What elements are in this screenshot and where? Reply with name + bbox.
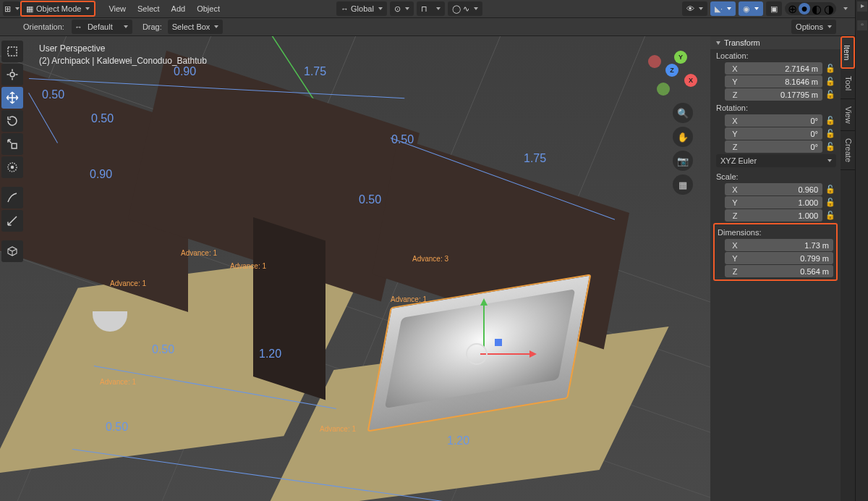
transform-tool[interactable] <box>1 156 23 178</box>
rot-y-field[interactable]: Y0° <box>725 127 822 140</box>
annotate-tool[interactable] <box>1 187 23 209</box>
mode-label: Object Mode <box>36 4 81 13</box>
tab-view[interactable]: View <box>841 99 855 132</box>
lock-icon[interactable]: 🔓 <box>825 89 836 101</box>
drag-value-dd[interactable]: Select Box <box>168 20 224 34</box>
pan-icon[interactable]: ✋ <box>673 127 693 147</box>
dim-0-50c: 0.50 <box>391 133 414 146</box>
measure-tool[interactable] <box>1 210 23 232</box>
nav-gizmo[interactable]: Y Z X <box>654 51 699 96</box>
lock-icon[interactable]: 🔓 <box>825 76 836 88</box>
loc-z-field[interactable]: Z0.17795 m <box>725 88 822 101</box>
gizmo-z[interactable]: Z <box>665 64 678 77</box>
orientation-value-dd[interactable]: ↔ Default <box>72 20 132 34</box>
scale-tool[interactable] <box>1 133 23 155</box>
gizmo-neg-x[interactable] <box>648 55 661 68</box>
dim-0-50f: 0.50 <box>106 421 128 434</box>
viewport-3d[interactable]: User Perspective (2) Archipack | Kaldewe… <box>0 36 710 501</box>
rot-x-field[interactable]: X0° <box>725 114 822 127</box>
advance-1a: Advance: 1 <box>181 249 217 257</box>
dim-0-50d: 0.50 <box>359 193 381 206</box>
cursor-tool[interactable] <box>1 64 23 85</box>
advance-1e: Advance: 1 <box>100 378 136 386</box>
left-toolbar <box>1 41 25 262</box>
dim-z-field[interactable]: Z0.564 m <box>725 265 833 277</box>
loc-x-field[interactable]: X2.7164 m <box>725 62 822 75</box>
move-tool[interactable] <box>1 87 23 109</box>
dim-1-75a: 1.75 <box>304 65 326 78</box>
menu-object[interactable]: Object <box>191 4 226 13</box>
gizmo-y[interactable]: Y <box>674 51 687 64</box>
mode-dropdown[interactable]: ▦ Object Mode <box>20 1 95 17</box>
scl-z-field[interactable]: Z1.000 <box>725 209 822 222</box>
dimensions-section: Dimensions: X1.73 m Y0.799 m Z0.564 m <box>713 223 838 281</box>
svg-point-14 <box>12 167 14 169</box>
orientation-label: Orientation: <box>23 22 64 31</box>
select-box-tool[interactable] <box>1 41 23 62</box>
menu-view[interactable]: View <box>103 4 132 13</box>
editor-type-dd[interactable]: ⊞ <box>3 1 20 16</box>
tab-tool[interactable]: Tool <box>841 69 855 98</box>
svg-rect-12 <box>12 143 17 148</box>
svg-rect-10 <box>8 47 17 56</box>
transform-gizmo[interactable] <box>463 340 492 369</box>
rotate-tool[interactable] <box>1 110 23 132</box>
gizmo-neg-y[interactable] <box>657 83 670 96</box>
n-panel: Transform Location: X2.7164 m🔓 Y8.1646 m… <box>710 36 841 501</box>
collapse-icon[interactable]: ▸ <box>857 1 867 12</box>
advance-1f: Advance: 1 <box>320 425 356 433</box>
options-dd[interactable]: Options <box>791 20 836 34</box>
advance-1c: Advance: 1 <box>110 279 146 287</box>
shading-modes[interactable]: ⊕●◐◑ <box>785 2 836 15</box>
advance-1b: Advance: 1 <box>230 262 266 270</box>
perspective-icon[interactable]: ▦ <box>673 174 693 195</box>
secondary-header: Orientation: ↔ Default Drag: Select Box … <box>0 18 868 36</box>
lock-icon[interactable]: 🔓 <box>825 210 836 222</box>
add-cube-tool[interactable] <box>1 240 23 262</box>
tab-item[interactable]: Item <box>841 36 855 69</box>
pivot-dd[interactable]: ⊙ <box>390 1 414 16</box>
dim-1-20b: 1.20 <box>447 434 469 447</box>
dim-y-field[interactable]: Y0.799 m <box>725 252 833 264</box>
gizmo-toggle[interactable]: ◣· <box>710 1 736 16</box>
lock-icon[interactable]: 🔓 <box>825 141 836 153</box>
camera-icon[interactable]: 📷 <box>673 151 693 171</box>
dim-0-50e: 0.50 <box>152 343 174 356</box>
rotation-mode-dd[interactable]: XYZ Euler <box>716 154 836 167</box>
dim-x-field[interactable]: X1.73 m <box>725 239 833 251</box>
dim-0-90a: 0.90 <box>174 65 196 78</box>
scale-label: Scale: <box>710 170 841 183</box>
transform-header[interactable]: Transform <box>710 36 841 49</box>
proportional-toggle[interactable]: ◯ ∿ <box>448 1 482 16</box>
lock-icon[interactable]: 🔓 <box>825 128 836 140</box>
visibility-dd[interactable]: 👁 <box>682 1 707 16</box>
rot-z-field[interactable]: Z0° <box>725 140 822 153</box>
lock-icon[interactable]: 🔓 <box>825 115 836 127</box>
lock-icon[interactable]: 🔓 <box>825 197 836 209</box>
split-icon[interactable]: ▫ <box>857 20 867 30</box>
orientation-dd[interactable]: ↔ Global <box>336 1 387 16</box>
dimensions-label: Dimensions: <box>715 226 836 239</box>
zoom-icon[interactable]: 🔍 <box>673 103 693 123</box>
advance-1d: Advance: 1 <box>391 295 427 303</box>
xray-toggle[interactable]: ▣ <box>766 1 782 16</box>
snap-toggle[interactable]: ⊓ <box>417 1 445 16</box>
object-label: (2) Archipack | Kaldewei_Conoduo_Bathtub <box>39 56 207 66</box>
n-panel-tabs: Item Tool View Create <box>841 36 855 501</box>
menu-select[interactable]: Select <box>132 4 166 13</box>
loc-y-field[interactable]: Y8.1646 m <box>725 75 822 88</box>
lock-icon[interactable]: 🔓 <box>825 184 836 195</box>
dim-0-90b: 0.90 <box>90 168 112 181</box>
menu-add[interactable]: Add <box>166 4 192 13</box>
lock-icon[interactable]: 🔓 <box>825 63 836 75</box>
gizmo-x[interactable]: X <box>684 74 697 87</box>
dim-1-75b: 1.75 <box>524 152 546 165</box>
scl-y-field[interactable]: Y1.000 <box>725 196 822 209</box>
main-header: ⊞ ▦ Object Mode View Select Add Object ↔… <box>0 0 868 18</box>
overlay-toggle[interactable]: ◉ <box>739 1 763 16</box>
right-edge-strip: ▸ ▫ <box>855 0 868 501</box>
drag-label: Drag: <box>142 22 162 31</box>
tab-create[interactable]: Create <box>841 131 855 170</box>
dim-0-50b: 0.50 <box>91 112 114 125</box>
scl-x-field[interactable]: X0.960 <box>725 183 822 195</box>
